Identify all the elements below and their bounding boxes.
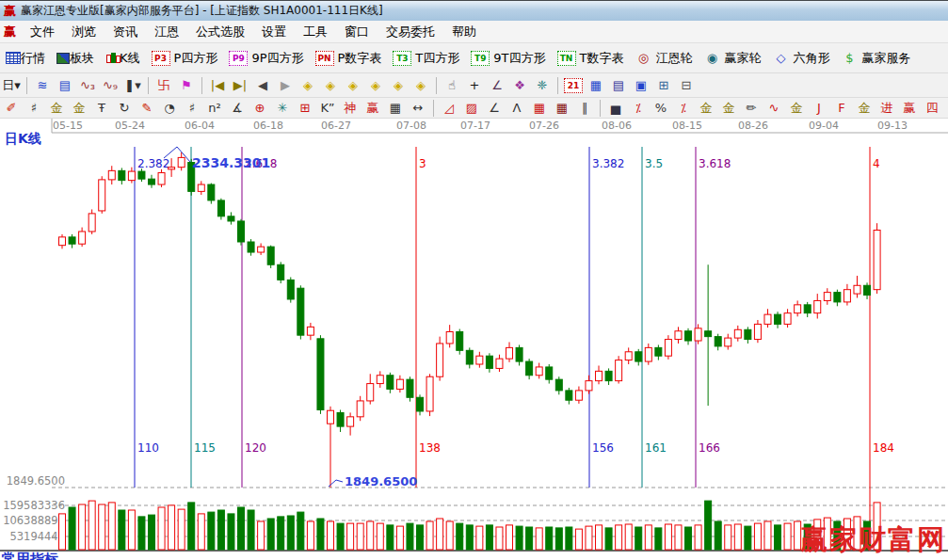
menu-item-6[interactable]: 设置 <box>253 22 295 42</box>
diamond-pan-both-icon[interactable]: ◈ <box>343 76 363 95</box>
menu-item-8[interactable]: 窗口 <box>336 22 378 42</box>
kline-chart-region[interactable]: 05-1505-2406-0406-1806-2707-0807-1707-26… <box>0 119 948 560</box>
gann-flower-tool-icon[interactable]: ❖ <box>509 76 530 95</box>
sectors-button[interactable]: 板块 <box>54 49 97 68</box>
angle-line-tool-icon[interactable]: ∠ <box>487 76 507 95</box>
volume-price-flag-icon[interactable]: ⚑ <box>176 76 197 95</box>
pressure-percent-tool-icon[interactable]: ⁒ <box>628 99 649 118</box>
ying-red-tool-icon[interactable]: 赢 <box>899 99 920 118</box>
diamond-zoom-full-icon[interactable]: ◈ <box>410 76 431 95</box>
gold-ratio-tool-icon[interactable]: 金 <box>46 99 67 118</box>
n2-tool-icon[interactable]: n² <box>204 99 225 118</box>
grid-box-tool-icon[interactable]: ▦ <box>552 99 572 118</box>
gold-circle-tool-icon[interactable]: 金 <box>696 99 716 118</box>
zigzag-tool-icon[interactable]: Ʌ <box>506 99 527 118</box>
diamond-zoom-in-icon[interactable]: ◈ <box>388 76 409 95</box>
grid-red-tool-icon[interactable]: ▦ <box>529 99 550 118</box>
wave9-tool-icon[interactable]: ∿₉ <box>100 76 121 95</box>
print-button[interactable]: ⊟ <box>676 76 697 95</box>
measure-arrow-tool-icon[interactable]: ↔ <box>408 99 428 118</box>
jin-line-tool-icon[interactable]: 进 <box>876 99 897 118</box>
spiral-tool-icon-glyph: ↻ <box>120 101 130 115</box>
single-candle-dropdown[interactable]: ❚▾ <box>122 76 143 95</box>
star-web-tool-icon[interactable]: ✳ <box>272 99 293 118</box>
wave3-tool-icon[interactable]: ∿₃ <box>77 76 98 95</box>
t-square-button[interactable]: T3T四方形 <box>390 49 462 68</box>
9t-square-button[interactable]: T99T四方形 <box>468 49 548 68</box>
angle-fan-tool-icon[interactable]: ∡ <box>227 99 248 118</box>
export-data-button[interactable]: ⊞ <box>653 76 674 95</box>
fan-box-tool-icon[interactable]: ▨ <box>461 99 482 118</box>
prev-bar-button[interactable]: ◀ <box>252 76 273 95</box>
gold-section-tool-icon[interactable]: 金 <box>69 99 89 118</box>
menu-item-10[interactable]: 帮助 <box>443 22 485 42</box>
fan-lines-tool-icon[interactable]: ◿ <box>439 99 459 118</box>
winner-service-button[interactable]: $赢家服务 <box>838 49 913 68</box>
diamond-pan-right-icon[interactable]: ◈ <box>320 76 341 95</box>
k-mark-tool-icon[interactable]: K” <box>317 99 338 118</box>
note-tool-icon[interactable]: ▤ <box>55 76 75 95</box>
si-tool-icon[interactable]: 四 <box>922 99 942 118</box>
price-pencil-tool-icon[interactable]: ✏ <box>741 99 762 118</box>
gann-wheel-button[interactable]: ◎江恩轮 <box>632 49 695 68</box>
last-bar-button[interactable]: ▶| <box>230 76 250 95</box>
spiral-flower-tool-icon[interactable]: ❈ <box>532 76 553 95</box>
quotes-button[interactable]: 行情 <box>3 49 48 68</box>
menu-item-1[interactable]: 文件 <box>22 22 63 42</box>
menu-item-9[interactable]: 交易委托 <box>378 22 443 42</box>
grid123-tool-icon[interactable]: ▦ <box>385 99 406 118</box>
wave-tool-icon[interactable]: ≋ <box>32 76 53 95</box>
histogram-tool-icon[interactable]: ▅ <box>605 99 626 118</box>
diamond-pan-left-icon[interactable]: ◈ <box>297 76 318 95</box>
cycle-clock-tool-icon[interactable]: ◔ <box>159 99 180 118</box>
winner-wheel-button[interactable]: ◉赢家轮 <box>700 49 763 68</box>
diamond-zoom-out-icon[interactable]: ◈ <box>365 76 386 95</box>
f-line-tool-icon[interactable]: Ŧ <box>91 99 112 118</box>
p-number-table-button[interactable]: PNP数字表 <box>313 49 385 68</box>
j-line-tool-icon-glyph: J <box>817 101 821 115</box>
brush-tool-icon[interactable]: ✐ <box>1 99 22 118</box>
9p-square-button[interactable]: P99P四方形 <box>226 49 306 68</box>
volume-bar <box>555 528 562 550</box>
t-number-table-button[interactable]: TNT数字表 <box>554 49 627 68</box>
ying-tool-icon[interactable]: 赢 <box>362 99 383 118</box>
first-bar-button[interactable]: |◀ <box>207 76 228 95</box>
bottom-left-clipped-label[interactable]: 常用指标 <box>1 551 58 560</box>
spiral-tool-icon[interactable]: ↻ <box>114 99 135 118</box>
gold-line-tool-icon[interactable]: 金 <box>718 99 739 118</box>
target-circle-tool-icon[interactable]: ⊕ <box>249 99 270 118</box>
menu-item-2[interactable]: 浏览 <box>63 22 104 42</box>
percent-tool-icon[interactable]: % <box>651 99 671 118</box>
notes-list-button[interactable]: ▤ <box>608 76 629 95</box>
kline-button[interactable]: K线 <box>103 49 143 68</box>
gold-hline-tool-icon[interactable]: 金 <box>786 99 807 118</box>
shen-tool-icon[interactable]: 神 <box>340 99 361 118</box>
matrix-table-button[interactable]: ▦ <box>586 76 606 95</box>
period-day-dropdown[interactable]: 日▾ <box>1 76 22 95</box>
fib-top-label-4: 4 <box>873 157 880 170</box>
percent-line-tool-icon[interactable]: ⁒ <box>673 99 694 118</box>
menu-item-7[interactable]: 工具 <box>295 22 336 42</box>
f-slope-tool-icon[interactable]: F <box>831 99 852 118</box>
menu-item-3[interactable]: 资讯 <box>104 22 146 42</box>
next-bar-button[interactable]: ▶ <box>275 76 296 95</box>
save-button[interactable]: ▣ <box>631 76 651 95</box>
hexagon-button[interactable]: ◇六角形 <box>769 49 832 68</box>
gann-line-tool-icon[interactable]: ♯ <box>24 99 44 118</box>
calendar-cycle-button[interactable]: 21 <box>563 76 584 95</box>
hand-tool-icon[interactable]: ☝ <box>442 76 462 95</box>
wave-line-tool-icon[interactable]: ∿ <box>763 99 784 118</box>
menu-item-4[interactable]: 江恩 <box>146 22 187 42</box>
pencil-tool-icon[interactable]: ✎ <box>137 99 157 118</box>
menu-item-5[interactable]: 公式选股 <box>187 22 253 42</box>
parallel-lines-tool-icon[interactable]: ∥ <box>574 99 595 118</box>
trend-lines-tool-icon[interactable]: ∠ <box>484 99 505 118</box>
web-grid-tool-icon[interactable]: ⊞ <box>295 99 315 118</box>
j-line-tool-icon[interactable]: J <box>809 99 829 118</box>
crosshair-tool-icon[interactable]: + <box>464 76 485 95</box>
fractal-tool-icon[interactable]: 卐 <box>153 76 174 95</box>
gold-slope-tool-icon[interactable]: 金 <box>854 99 875 118</box>
kline-chart-svg[interactable]: 05-1505-2406-0406-1806-2707-0807-1707-26… <box>0 119 948 560</box>
time-comb-tool-icon[interactable]: ♯ <box>182 99 202 118</box>
p-square-button[interactable]: P3P四方形 <box>149 49 221 68</box>
